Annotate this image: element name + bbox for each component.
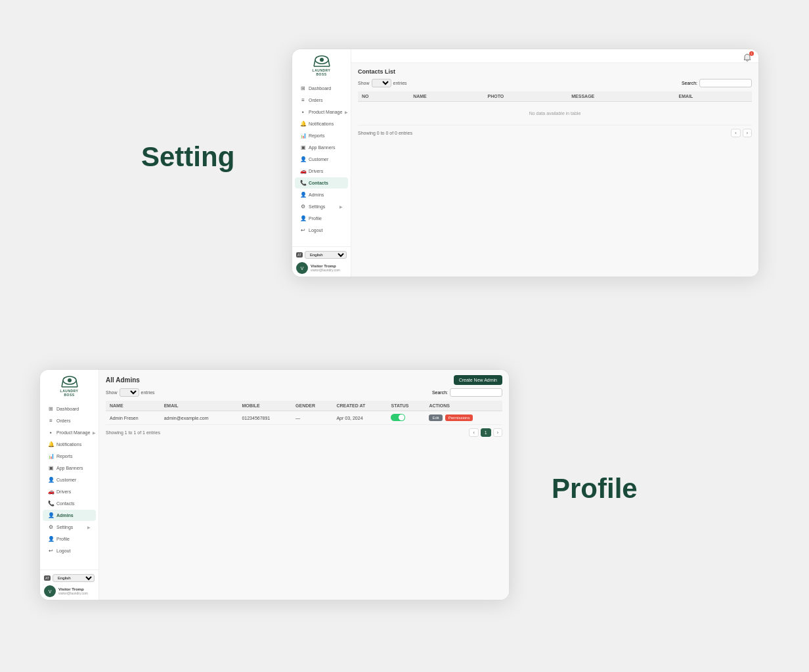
b-customer-icon: 👤 bbox=[48, 477, 54, 483]
b-sidebar-item-label: Dashboard bbox=[56, 407, 79, 411]
showing-text: Showing 0 to 0 of 0 entries bbox=[358, 131, 412, 135]
sidebar-item-drivers[interactable]: 🚗 Drivers bbox=[295, 166, 348, 177]
profile-label: Profile bbox=[552, 473, 638, 504]
prev-page-btn[interactable]: ‹ bbox=[731, 129, 740, 137]
sidebar-item-label: Logout bbox=[309, 228, 322, 233]
user-email: visitor@laundry.com bbox=[311, 268, 340, 272]
top-bar: 1 bbox=[351, 49, 758, 63]
svg-point-4 bbox=[320, 58, 324, 62]
contacts-icon: 📞 bbox=[300, 180, 306, 186]
sidebar-item-label: Customer bbox=[309, 157, 328, 162]
b-sidebar-item-label: Customer bbox=[56, 478, 76, 482]
b-sidebar-item-contacts[interactable]: 📞 Contacts bbox=[43, 498, 96, 509]
b-orders-icon: ≡ bbox=[48, 418, 54, 424]
b-sidebar-item-label: Logout bbox=[56, 549, 70, 553]
b-sidebar-item-notifications[interactable]: 🔔 Notifications bbox=[43, 439, 96, 450]
b-lang-dropdown[interactable]: English bbox=[53, 574, 95, 582]
col-photo: PHOTO bbox=[484, 91, 568, 102]
sidebar-item-notifications[interactable]: 🔔 Notifications bbox=[295, 118, 348, 129]
sidebar-item-label: Reports bbox=[309, 133, 325, 138]
b-table-controls: Show 10 entries Search: bbox=[106, 388, 502, 397]
b-sidebar-item-orders[interactable]: ≡ Orders bbox=[43, 415, 96, 426]
sidebar-item-label: Settings bbox=[309, 204, 325, 209]
drivers-icon: 🚗 bbox=[300, 168, 306, 174]
admin-actions: Edit Permissions bbox=[425, 411, 502, 425]
sidebar-item-app-banners[interactable]: ▣ App Banners bbox=[295, 142, 348, 153]
bottom-nav: ⊞ Dashboard ≡ Orders ▪ Product Manage ▶ … bbox=[40, 403, 98, 570]
search-label: Search: bbox=[682, 81, 697, 85]
product-icon: ▪ bbox=[300, 109, 306, 115]
b-sidebar-item-admins[interactable]: 👤 Admins bbox=[43, 510, 96, 521]
b-prev-page-btn[interactable]: ‹ bbox=[469, 428, 478, 437]
b-next-page-btn[interactable]: › bbox=[493, 428, 502, 437]
sidebar-item-product-manager[interactable]: ▪ Product Manage ▶ bbox=[295, 106, 348, 118]
entries-select[interactable]: 10 bbox=[372, 79, 391, 87]
b-entries-label: entries bbox=[141, 390, 155, 395]
permissions-button[interactable]: Permissions bbox=[445, 414, 473, 421]
status-toggle[interactable] bbox=[391, 414, 405, 421]
sidebar-item-label: Profile bbox=[309, 216, 322, 221]
b-entries-select[interactable]: 10 bbox=[120, 388, 139, 397]
b-sidebar-item-drivers[interactable]: 🚗 Drivers bbox=[43, 486, 96, 497]
svg-line-6 bbox=[62, 380, 63, 387]
sidebar-item-admins[interactable]: 👤 Admins bbox=[295, 189, 348, 200]
sidebar-item-settings[interactable]: ⚙ Settings ▶ bbox=[295, 201, 348, 212]
sidebar-item-contacts[interactable]: 📞 Contacts bbox=[295, 177, 348, 189]
sidebar-item-logout[interactable]: ↩ Logout bbox=[295, 225, 348, 236]
notification-count: 1 bbox=[749, 51, 754, 56]
next-page-btn[interactable]: › bbox=[743, 129, 752, 137]
sidebar-item-dashboard[interactable]: ⊞ Dashboard bbox=[295, 83, 348, 94]
show-label: Show bbox=[358, 81, 370, 85]
b-col-email: EMAIL bbox=[160, 401, 238, 411]
col-message: MESSAGE bbox=[567, 91, 674, 102]
bottom-sidebar: LAUNDRY BOSS ⊞ Dashboard ≡ Orders ▪ Prod… bbox=[40, 370, 99, 600]
b-show-entries: Show 10 entries bbox=[106, 388, 155, 397]
chevron-right-icon: ▶ bbox=[339, 204, 343, 209]
admins-icon: 👤 bbox=[300, 192, 306, 198]
b-sidebar-item-reports[interactable]: 📊 Reports bbox=[43, 451, 96, 462]
logo-text: LAUNDRY BOSS bbox=[307, 69, 336, 76]
b-table-footer: Showing 1 to 1 of 1 entries ‹ 1 › bbox=[106, 425, 502, 440]
top-window: LAUNDRY BOSS ⊞ Dashboard ≡ Orders ▪ Prod… bbox=[292, 49, 759, 277]
b-language-selector[interactable]: AT English bbox=[44, 574, 95, 582]
edit-button[interactable]: Edit bbox=[429, 414, 442, 421]
notification-bell[interactable]: 1 bbox=[743, 53, 752, 62]
b-sidebar-item-dashboard[interactable]: ⊞ Dashboard bbox=[43, 403, 96, 414]
col-name: NAME bbox=[409, 91, 483, 102]
b-dashboard-icon: ⊞ bbox=[48, 406, 54, 412]
profile-icon: 👤 bbox=[300, 215, 306, 221]
b-sidebar-item-profile[interactable]: 👤 Profile bbox=[43, 533, 96, 545]
sidebar-item-label: Admins bbox=[309, 192, 324, 197]
table-footer: Showing 0 to 0 of 0 entries ‹ › bbox=[358, 125, 752, 141]
toggle-on-indicator bbox=[391, 414, 405, 421]
admin-gender: — bbox=[292, 411, 332, 425]
reports-icon: 📊 bbox=[300, 133, 306, 139]
b-sidebar-item-logout[interactable]: ↩ Logout bbox=[43, 545, 96, 556]
b-sidebar-item-settings[interactable]: ⚙ Settings ▶ bbox=[43, 522, 96, 533]
b-sidebar-item-customer[interactable]: 👤 Customer bbox=[43, 474, 96, 485]
sidebar-item-orders[interactable]: ≡ Orders bbox=[295, 95, 348, 106]
logo-icon bbox=[312, 55, 332, 69]
b-sidebar-item-label: Product Manage bbox=[56, 430, 90, 435]
admin-name: Admin Fresen bbox=[106, 411, 160, 425]
language-selector[interactable]: AT English bbox=[296, 251, 347, 259]
sidebar-item-profile[interactable]: 👤 Profile bbox=[295, 213, 348, 224]
search-box: Search: bbox=[682, 79, 752, 87]
b-col-gender: GENDER bbox=[292, 401, 332, 411]
b-chevron-right-icon2: ▶ bbox=[87, 525, 91, 529]
sidebar-item-customer[interactable]: 👤 Customer bbox=[295, 154, 348, 165]
top-nav: ⊞ Dashboard ≡ Orders ▪ Product Manage ▶ … bbox=[292, 82, 351, 246]
b-page-1-btn[interactable]: 1 bbox=[481, 428, 491, 437]
search-input[interactable] bbox=[699, 79, 752, 87]
sidebar-item-label: App Banners bbox=[309, 145, 335, 150]
sidebar-item-reports[interactable]: 📊 Reports bbox=[295, 130, 348, 141]
b-sidebar-item-product-manager[interactable]: ▪ Product Manage ▶ bbox=[43, 427, 96, 438]
lang-dropdown[interactable]: English bbox=[305, 251, 347, 259]
bell-icon: 🔔 bbox=[300, 121, 306, 127]
b-lang-badge: AT bbox=[44, 575, 51, 581]
create-admin-button[interactable]: Create New Admin bbox=[454, 375, 502, 385]
b-search-input[interactable] bbox=[450, 388, 502, 397]
b-sidebar-item-app-banners[interactable]: ▣ App Banners bbox=[43, 462, 96, 474]
b-logout-icon: ↩ bbox=[48, 548, 54, 554]
b-pagination: ‹ 1 › bbox=[469, 428, 502, 437]
